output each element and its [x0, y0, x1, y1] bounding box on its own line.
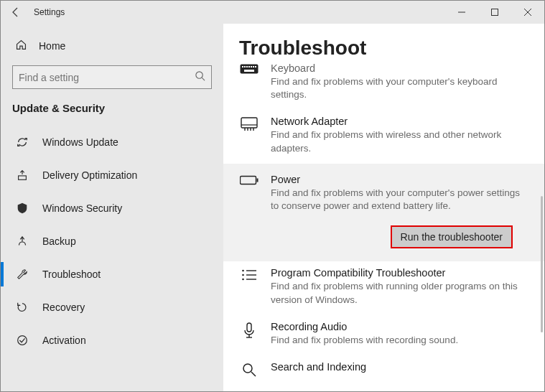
svg-rect-10	[244, 66, 246, 67]
wrench-icon	[15, 267, 29, 281]
sidebar-item-label: Windows Update	[42, 136, 118, 148]
svg-point-28	[242, 270, 244, 272]
content-pane: Troubleshoot Keyboard Find and fix probl…	[223, 24, 544, 391]
delivery-icon	[15, 168, 29, 182]
search-input[interactable]	[12, 65, 212, 89]
sidebar-item-label: Windows Security	[42, 202, 122, 214]
sidebar-item-label: Backup	[42, 235, 76, 247]
sidebar-item-label: Troubleshoot	[42, 269, 101, 280]
scrollbar-thumb[interactable]	[541, 196, 543, 332]
svg-rect-31	[247, 323, 251, 332]
home-label: Home	[39, 40, 65, 52]
svg-rect-16	[244, 70, 254, 72]
sidebar-item-delivery-optimization[interactable]: Delivery Optimization	[1, 159, 223, 192]
close-button[interactable]	[511, 1, 544, 24]
svg-point-34	[243, 364, 252, 373]
svg-point-30	[242, 279, 244, 281]
item-title: Keyboard	[271, 62, 528, 74]
network-adapter-icon	[239, 116, 259, 154]
item-title: Program Compatibility Troubleshooter	[271, 267, 528, 279]
sidebar-item-backup[interactable]: Backup	[1, 225, 223, 258]
home-link[interactable]: Home	[1, 32, 223, 60]
section-title: Update & Security	[1, 99, 223, 126]
item-desc: Find and fix problems with running older…	[271, 280, 528, 306]
keyboard-icon	[239, 62, 259, 101]
svg-rect-11	[246, 66, 248, 67]
svg-rect-8	[241, 65, 258, 74]
troubleshoot-item-network-adapter[interactable]: Network Adapter Find and fix problems wi…	[223, 110, 544, 163]
sidebar-item-recovery[interactable]: Recovery	[1, 291, 223, 324]
item-title: Network Adapter	[271, 116, 528, 127]
svg-point-29	[242, 274, 244, 276]
sidebar-item-label: Recovery	[42, 302, 85, 313]
sync-icon	[15, 135, 29, 149]
troubleshoot-item-power[interactable]: Power Find and fix problems with your co…	[223, 164, 544, 261]
item-title: Recording Audio	[271, 321, 528, 332]
svg-rect-23	[241, 176, 256, 184]
svg-rect-9	[242, 66, 243, 67]
troubleshoot-item-search-indexing[interactable]: Search and Indexing	[223, 355, 544, 377]
recovery-icon	[15, 300, 29, 314]
svg-rect-1	[492, 9, 498, 16]
svg-rect-14	[253, 66, 254, 67]
svg-rect-12	[248, 66, 250, 67]
search-icon	[239, 361, 259, 377]
svg-point-7	[18, 336, 27, 345]
page-title: Troubleshoot	[223, 37, 544, 60]
title-bar: Settings	[1, 1, 544, 24]
sidebar-item-windows-security[interactable]: Windows Security	[1, 192, 223, 225]
sidebar: Home Update & Security Windows Update De…	[1, 24, 223, 391]
item-desc: Find and fix problems with your computer…	[271, 75, 528, 101]
svg-point-4	[196, 72, 202, 78]
shield-icon	[15, 201, 29, 215]
sidebar-item-label: Delivery Optimization	[42, 169, 137, 181]
window-title: Settings	[34, 7, 65, 17]
activation-icon	[15, 333, 29, 347]
troubleshooter-list: Keyboard Find and fix problems with your…	[223, 62, 544, 377]
troubleshoot-item-recording-audio[interactable]: Recording Audio Find and fix problems wi…	[223, 315, 544, 355]
sidebar-item-troubleshoot[interactable]: Troubleshoot	[1, 258, 223, 291]
troubleshoot-item-keyboard[interactable]: Keyboard Find and fix problems with your…	[223, 62, 544, 110]
sidebar-item-activation[interactable]: Activation	[1, 324, 223, 357]
sidebar-item-windows-update[interactable]: Windows Update	[1, 126, 223, 159]
item-desc: Find and fix problems with recording sou…	[271, 334, 528, 347]
maximize-button[interactable]	[478, 1, 511, 24]
minimize-button[interactable]	[445, 1, 478, 24]
item-desc: Find and fix problems with wireless and …	[271, 129, 528, 154]
svg-rect-13	[251, 66, 252, 67]
battery-icon	[239, 174, 259, 213]
troubleshoot-item-program-compatibility[interactable]: Program Compatibility Troubleshooter Fin…	[223, 261, 544, 314]
item-title: Power	[271, 174, 528, 185]
sidebar-item-label: Activation	[42, 335, 86, 346]
svg-line-35	[251, 372, 256, 376]
list-check-icon	[239, 267, 259, 306]
svg-rect-6	[19, 176, 27, 179]
microphone-icon	[239, 321, 259, 347]
svg-rect-15	[255, 66, 256, 67]
search-field[interactable]	[19, 72, 195, 83]
svg-rect-17	[241, 118, 257, 128]
back-button[interactable]	[1, 1, 31, 24]
svg-rect-24	[257, 178, 258, 182]
search-icon	[195, 70, 205, 84]
svg-line-5	[202, 78, 205, 80]
backup-icon	[15, 234, 29, 248]
home-icon	[15, 39, 27, 53]
item-title: Search and Indexing	[271, 361, 528, 373]
item-desc: Find and fix problems with your computer…	[271, 187, 528, 213]
run-troubleshooter-button[interactable]: Run the troubleshooter	[391, 225, 513, 248]
